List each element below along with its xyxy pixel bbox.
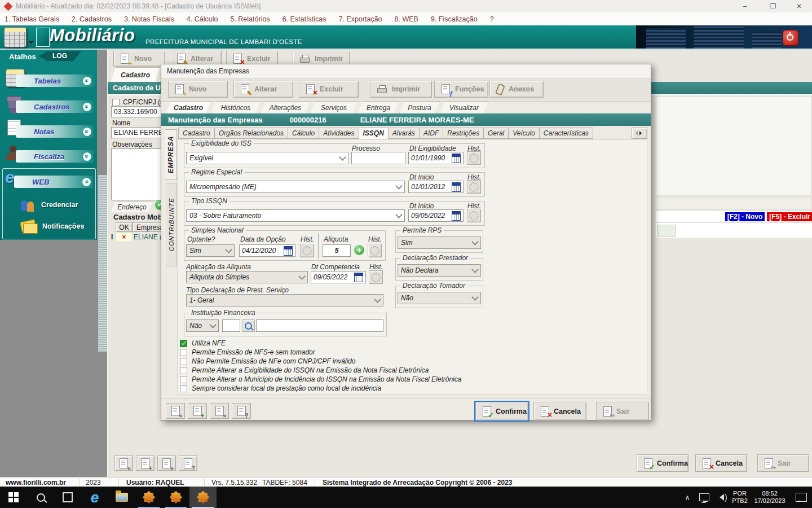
chevron-expand-icon[interactable]: [83, 152, 91, 161]
inner-tab-cadastro[interactable]: Cadastro: [178, 128, 215, 139]
checkbox-icon[interactable]: [180, 367, 187, 374]
cpf-checkbox-row[interactable]: CPF/CNPJ (s: [112, 98, 164, 106]
checkbox-utiliza-nfe[interactable]: Utiliza NFE: [180, 339, 226, 347]
exigibilidade-select[interactable]: Exigível: [186, 152, 348, 164]
nav-insert-button[interactable]: +: [136, 456, 155, 471]
add-aliquota-button[interactable]: [354, 245, 364, 255]
inner-tab-veiculo[interactable]: Veículo: [509, 128, 540, 139]
minimize-button[interactable]: –: [732, 0, 758, 12]
simples-hist-button[interactable]: [300, 244, 314, 257]
nav-last-button[interactable]: ?: [179, 456, 197, 471]
menu-cadastros[interactable]: 2. Cadastros: [72, 15, 112, 23]
instituicao-name-input[interactable]: [256, 319, 383, 332]
inner-tab-restricoes[interactable]: Restrições: [443, 128, 484, 139]
grid-row-status-x[interactable]: ×: [116, 232, 133, 242]
checkbox-icon[interactable]: [180, 358, 187, 365]
sidebar-item-credenciar[interactable]: Credenciar: [20, 196, 93, 214]
checkbox-nfse-sem-tomador[interactable]: Permite Emissão de NFS-e sem tomador: [180, 348, 315, 356]
dialog-titlebar[interactable]: Manutenção das Empresas: [161, 64, 651, 78]
tray-volume-button[interactable]: [712, 487, 729, 508]
menu-estatisticas[interactable]: 6. Estatísticas: [283, 15, 326, 23]
taskbar-app1-button[interactable]: [135, 487, 162, 508]
calendar-icon[interactable]: [452, 154, 461, 163]
regime-select[interactable]: Microempresário (ME): [186, 181, 405, 193]
splitter-track[interactable]: [98, 175, 103, 352]
aplicacao-select[interactable]: Aliquota do Simples: [186, 271, 308, 283]
dialog-tab-visualizar[interactable]: Visualizar: [440, 101, 488, 113]
task-view-button[interactable]: [54, 487, 81, 508]
checkbox-alterar-exigibilidade[interactable]: Permite Alterar a Exigibilidade do ISSQN…: [180, 366, 429, 374]
dialog-exit-button[interactable]: Sair: [596, 402, 649, 421]
logo-menu-arrow-icon[interactable]: [28, 41, 34, 47]
checkbox-alterar-municipio[interactable]: Permite Alterar o Município de Incidênci…: [180, 375, 461, 383]
calculator-icon[interactable]: [4, 27, 27, 47]
dialog-nav-first-button[interactable]: «: [166, 403, 185, 419]
close-button[interactable]: ✕: [786, 0, 812, 12]
checkbox-icon[interactable]: [180, 340, 187, 347]
main-tab-cadastro[interactable]: Cadastro: [111, 67, 160, 82]
menu-help[interactable]: ?: [490, 15, 494, 23]
menu-fiscalizacao[interactable]: 9. Fiscalização: [431, 15, 478, 23]
taskbar-app2-button[interactable]: [162, 487, 189, 508]
aliquota-hist-button[interactable]: [368, 244, 382, 257]
menu-web[interactable]: 8. WEB: [395, 15, 418, 23]
dt-inicio-regime-input[interactable]: 01/01/2012: [408, 181, 464, 193]
optante-select[interactable]: Sim: [186, 244, 235, 257]
chevron-expand-icon[interactable]: [83, 128, 91, 136]
decl-tomador-select[interactable]: Não: [398, 292, 481, 304]
taskbar-explorer-button[interactable]: [108, 487, 135, 508]
grid-row-empresa[interactable]: ELIANE (: [134, 233, 162, 241]
main-confirm-button[interactable]: Confirma: [637, 454, 689, 472]
nav-first-button[interactable]: «: [114, 456, 133, 471]
inner-tab-geral[interactable]: Geral: [484, 128, 509, 139]
dialog-tab-servicos[interactable]: Serviços: [310, 101, 358, 113]
grid-col-ok[interactable]: OK: [116, 222, 133, 232]
instituicao-select[interactable]: Não: [186, 319, 219, 332]
dialog-confirm-button[interactable]: Confirma: [475, 402, 528, 421]
dialog-tab-historicos[interactable]: Históricos: [211, 101, 261, 113]
main-exit-button[interactable]: Sair: [757, 454, 809, 472]
tray-chevron-button[interactable]: ∧: [679, 487, 696, 508]
calendar-icon[interactable]: [354, 273, 363, 282]
inner-tab-aidf[interactable]: AIDF: [420, 128, 443, 139]
menu-notas-fiscais[interactable]: 3. Notas Fiscais: [124, 15, 174, 23]
sidebar-item-fiscaliza[interactable]: Fiscaliza: [3, 144, 94, 167]
regime-hist-button[interactable]: [467, 180, 481, 194]
dt-inicio-issqn-input[interactable]: 09/05/2022: [408, 209, 464, 222]
dialog-functions-button[interactable]: Funções: [434, 81, 488, 98]
dt-competencia-input[interactable]: 09/05/2022: [311, 271, 366, 283]
processo-input[interactable]: [351, 152, 405, 164]
dialog-tab-entrega[interactable]: Entrega: [358, 101, 399, 113]
dialog-edit-button[interactable]: Alterar: [233, 81, 293, 98]
permite-rps-select[interactable]: Sim: [398, 237, 481, 249]
dialog-tab-postura[interactable]: Postura: [399, 101, 440, 113]
menu-tabelas-gerais[interactable]: 1. Tabelas Gerais: [5, 15, 59, 23]
chevron-expand-icon[interactable]: [83, 77, 91, 85]
nav-next-button[interactable]: »: [157, 456, 176, 471]
tipo-declaracao-select[interactable]: 1- Geral: [186, 294, 383, 306]
sidebar-tab-log[interactable]: LOG: [38, 51, 81, 61]
main-cancel-button[interactable]: Cancela: [695, 454, 747, 472]
sidebar-item-tabelas[interactable]: Tabelas: [3, 69, 94, 91]
tipo-issqn-hist-button[interactable]: [467, 209, 481, 222]
decl-prestador-select[interactable]: Não Declara: [398, 264, 481, 277]
sidebar-item-web[interactable]: e WEB: [4, 170, 93, 192]
side-tab-empresa[interactable]: EMPRESA: [165, 129, 177, 180]
dialog-print-button[interactable]: Imprimir: [370, 81, 432, 98]
dt-exigibilidade-input[interactable]: 01/01/1990: [408, 152, 464, 164]
sidebar-tab-atalhos[interactable]: Atalhos: [9, 52, 36, 61]
dialog-nav-insert-button[interactable]: +: [188, 403, 207, 419]
data-opcao-input[interactable]: 04/12/2020: [239, 244, 295, 257]
tipo-issqn-select[interactable]: 03 - Sobre Faturamento: [186, 209, 405, 222]
tray-language-button[interactable]: POR PTB2: [729, 487, 751, 508]
inner-tab-atividades[interactable]: Atividades: [319, 128, 359, 139]
checkbox-local-prestacao[interactable]: Sempre considerar local da prestação com…: [180, 384, 381, 392]
calendar-icon[interactable]: [452, 211, 461, 221]
tray-clock-button[interactable]: 08:52 17/02/2023: [751, 487, 788, 508]
tab-scroll-buttons[interactable]: [632, 128, 647, 139]
dialog-attachments-button[interactable]: Anexos: [489, 81, 544, 98]
dialog-cancel-button[interactable]: Cancela: [533, 402, 586, 421]
cpf-checkbox[interactable]: [112, 99, 120, 106]
chevron-collapse-icon[interactable]: [82, 178, 91, 186]
checkbox-nfe-cnpj-invalido[interactable]: Não Permite Emissão de NFe com CNPJ/CPF …: [180, 357, 356, 365]
